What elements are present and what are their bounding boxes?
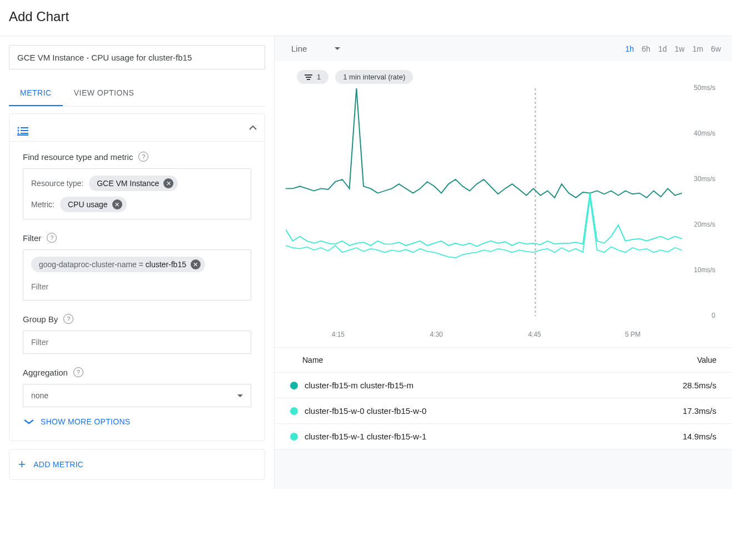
add-metric-button[interactable]: + ADD METRIC (9, 449, 265, 480)
legend-value: 14.9ms/s (683, 432, 716, 441)
svg-point-0 (18, 127, 19, 128)
plus-icon: + (18, 457, 26, 472)
help-icon[interactable]: ? (138, 152, 148, 162)
chevron-down-icon (24, 419, 34, 424)
filter-label: Filter (23, 233, 41, 243)
chart-x-axis: 4:154:304:455 PM (286, 327, 721, 347)
range-1d[interactable]: 1d (658, 44, 667, 53)
svg-rect-5 (21, 133, 28, 134)
range-1h[interactable]: 1h (625, 44, 634, 53)
metric-label: Metric: (31, 200, 54, 209)
legend-value-header: Value (697, 356, 716, 364)
aggregation-label: Aggregation (23, 368, 68, 377)
range-6w[interactable]: 6w (711, 44, 721, 53)
resource-type-chip[interactable]: GCE VM Instance ✕ (89, 176, 178, 191)
show-more-button[interactable]: SHOW MORE OPTIONS (23, 407, 251, 431)
series-dot-icon (290, 382, 298, 389)
remove-chip-icon[interactable]: ✕ (163, 178, 173, 188)
legend-name-header: Name (302, 356, 323, 364)
legend-row[interactable]: cluster-fb15-m cluster-fb15-m28.5ms/s (275, 373, 732, 398)
caret-down-icon (237, 394, 243, 397)
filter-chip[interactable]: goog-dataproc-cluster-name = cluster-fb1… (31, 257, 205, 272)
chart-title-input[interactable] (9, 45, 265, 69)
help-icon[interactable]: ? (73, 367, 83, 377)
range-1m[interactable]: 1m (693, 44, 703, 53)
funnel-icon (305, 74, 312, 80)
remove-chip-icon[interactable]: ✕ (191, 259, 201, 269)
tab-metric[interactable]: METRIC (9, 81, 63, 106)
find-resource-label: Find resource type and metric (23, 152, 133, 162)
line-chart[interactable]: 010ms/s20ms/s30ms/s40ms/s50ms/s (286, 88, 721, 327)
legend-name: cluster-fb15-m cluster-fb15-m (305, 381, 414, 390)
legend-row[interactable]: cluster-fb15-w-0 cluster-fb15-w-017.3ms/… (275, 398, 732, 424)
aggregation-select[interactable]: none (23, 384, 251, 407)
resource-type-label: Resource type: (31, 179, 83, 188)
legend-row[interactable]: cluster-fb15-w-1 cluster-fb15-w-114.9ms/… (275, 424, 732, 449)
page-title: Add Chart (9, 9, 723, 24)
tab-view-options[interactable]: VIEW OPTIONS (63, 81, 146, 106)
list-icon[interactable] (17, 127, 28, 136)
legend-name: cluster-fb15-w-0 cluster-fb15-w-0 (305, 406, 426, 416)
legend-name: cluster-fb15-w-1 cluster-fb15-w-1 (305, 432, 426, 441)
svg-point-2 (18, 129, 19, 131)
interval-pill[interactable]: 1 min interval (rate) (335, 70, 413, 84)
help-icon[interactable]: ? (47, 233, 57, 243)
svg-rect-3 (21, 130, 28, 131)
legend-value: 28.5ms/s (683, 381, 716, 390)
svg-point-4 (18, 132, 19, 134)
svg-rect-1 (21, 127, 28, 128)
series-dot-icon (290, 433, 298, 441)
filter-count-pill[interactable]: 1 (297, 70, 328, 84)
time-range-picker: 1h6h1d1w1m6w (625, 44, 721, 53)
metric-chip[interactable]: CPU usage ✕ (60, 197, 127, 212)
range-1w[interactable]: 1w (675, 44, 685, 53)
help-icon[interactable]: ? (63, 314, 73, 324)
remove-chip-icon[interactable]: ✕ (112, 199, 122, 209)
range-6h[interactable]: 6h (642, 44, 651, 53)
filter-input[interactable] (31, 278, 243, 293)
group-by-label: Group By (23, 314, 58, 324)
collapse-icon[interactable] (249, 125, 257, 130)
series-dot-icon (290, 407, 298, 415)
legend-value: 17.3ms/s (683, 406, 716, 416)
group-by-input[interactable] (23, 331, 251, 354)
viz-type-select[interactable]: Line (291, 44, 340, 53)
caret-down-icon (335, 47, 340, 50)
